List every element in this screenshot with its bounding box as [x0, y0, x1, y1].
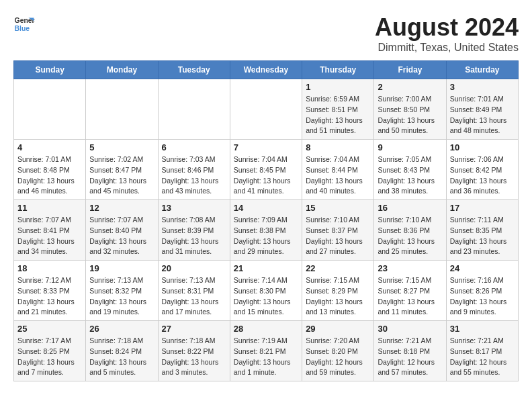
day-info: Sunrise: 7:01 AMSunset: 8:49 PMDaylight:… [450, 94, 515, 136]
calendar-cell [158, 79, 230, 140]
day-info: Sunrise: 7:07 AMSunset: 8:40 PMDaylight:… [89, 215, 154, 257]
day-number: 12 [89, 203, 154, 213]
day-number: 3 [450, 82, 515, 92]
day-number: 16 [378, 203, 442, 213]
page-header: General Blue August 2024 Dimmitt, Texas,… [13, 13, 519, 54]
day-info: Sunrise: 7:13 AMSunset: 8:32 PMDaylight:… [89, 275, 154, 318]
calendar-cell: 16Sunrise: 7:10 AMSunset: 8:36 PMDayligh… [374, 200, 446, 261]
page-subtitle: Dimmitt, Texas, United States [375, 42, 519, 54]
day-number: 30 [378, 324, 442, 334]
day-info: Sunrise: 7:02 AMSunset: 8:47 PMDaylight:… [89, 154, 154, 197]
week-row-2: 4Sunrise: 7:01 AMSunset: 8:48 PMDaylight… [14, 140, 519, 200]
calendar-cell: 11Sunrise: 7:07 AMSunset: 8:41 PMDayligh… [14, 200, 86, 261]
week-row-3: 11Sunrise: 7:07 AMSunset: 8:41 PMDayligh… [14, 200, 519, 261]
day-number: 28 [234, 324, 298, 334]
weekday-header-thursday: Thursday [302, 61, 374, 79]
day-number: 1 [306, 82, 370, 92]
day-number: 21 [234, 263, 298, 273]
day-number: 4 [17, 142, 82, 152]
day-info: Sunrise: 7:15 AMSunset: 8:29 PMDaylight:… [306, 275, 370, 318]
day-number: 23 [378, 263, 442, 273]
calendar-cell: 7Sunrise: 7:04 AMSunset: 8:45 PMDaylight… [230, 140, 302, 200]
day-number: 14 [234, 203, 298, 213]
day-number: 9 [378, 142, 442, 152]
day-number: 13 [162, 203, 226, 213]
calendar-cell: 31Sunrise: 7:21 AMSunset: 8:17 PMDayligh… [446, 321, 518, 381]
day-info: Sunrise: 7:10 AMSunset: 8:36 PMDaylight:… [378, 215, 442, 257]
day-number: 17 [450, 203, 515, 213]
day-info: Sunrise: 7:04 AMSunset: 8:44 PMDaylight:… [306, 154, 370, 197]
day-info: Sunrise: 6:59 AMSunset: 8:51 PMDaylight:… [306, 94, 370, 136]
week-row-1: 1Sunrise: 6:59 AMSunset: 8:51 PMDaylight… [14, 79, 519, 140]
day-number: 19 [89, 263, 154, 273]
day-info: Sunrise: 7:01 AMSunset: 8:48 PMDaylight:… [17, 154, 82, 197]
day-number: 7 [234, 142, 298, 152]
calendar-cell [14, 79, 86, 140]
calendar-cell: 17Sunrise: 7:11 AMSunset: 8:35 PMDayligh… [446, 200, 518, 261]
logo-icon: General Blue [13, 13, 35, 35]
calendar-cell: 3Sunrise: 7:01 AMSunset: 8:49 PMDaylight… [446, 79, 518, 140]
day-number: 10 [450, 142, 515, 152]
day-number: 20 [162, 263, 226, 273]
weekday-header-tuesday: Tuesday [158, 61, 230, 79]
day-info: Sunrise: 7:08 AMSunset: 8:39 PMDaylight:… [162, 215, 226, 257]
day-number: 11 [17, 203, 82, 213]
day-number: 15 [306, 203, 370, 213]
calendar-cell: 15Sunrise: 7:10 AMSunset: 8:37 PMDayligh… [302, 200, 374, 261]
day-info: Sunrise: 7:00 AMSunset: 8:50 PMDaylight:… [378, 94, 442, 136]
day-number: 26 [89, 324, 154, 334]
day-number: 31 [450, 324, 515, 334]
weekday-header-row: SundayMondayTuesdayWednesdayThursdayFrid… [14, 61, 519, 79]
calendar-cell: 10Sunrise: 7:06 AMSunset: 8:42 PMDayligh… [446, 140, 518, 200]
day-number: 5 [89, 142, 154, 152]
logo: General Blue [13, 13, 35, 35]
calendar-cell: 19Sunrise: 7:13 AMSunset: 8:32 PMDayligh… [86, 261, 158, 321]
day-number: 29 [306, 324, 370, 334]
day-info: Sunrise: 7:11 AMSunset: 8:35 PMDaylight:… [450, 215, 515, 257]
day-number: 22 [306, 263, 370, 273]
calendar-cell: 23Sunrise: 7:15 AMSunset: 8:27 PMDayligh… [374, 261, 446, 321]
day-info: Sunrise: 7:18 AMSunset: 8:22 PMDaylight:… [162, 336, 226, 378]
calendar-cell: 21Sunrise: 7:14 AMSunset: 8:30 PMDayligh… [230, 261, 302, 321]
svg-text:Blue: Blue [15, 25, 30, 32]
day-info: Sunrise: 7:13 AMSunset: 8:31 PMDaylight:… [162, 275, 226, 318]
calendar-cell: 8Sunrise: 7:04 AMSunset: 8:44 PMDaylight… [302, 140, 374, 200]
calendar-cell: 13Sunrise: 7:08 AMSunset: 8:39 PMDayligh… [158, 200, 230, 261]
day-info: Sunrise: 7:21 AMSunset: 8:18 PMDaylight:… [378, 336, 442, 378]
day-number: 2 [378, 82, 442, 92]
day-number: 24 [450, 263, 515, 273]
calendar-cell: 30Sunrise: 7:21 AMSunset: 8:18 PMDayligh… [374, 321, 446, 381]
weekday-header-saturday: Saturday [446, 61, 518, 79]
page-title: August 2024 [375, 13, 519, 42]
day-info: Sunrise: 7:16 AMSunset: 8:26 PMDaylight:… [450, 275, 515, 318]
day-info: Sunrise: 7:17 AMSunset: 8:25 PMDaylight:… [17, 336, 82, 378]
day-number: 6 [162, 142, 226, 152]
day-info: Sunrise: 7:15 AMSunset: 8:27 PMDaylight:… [378, 275, 442, 318]
calendar-cell: 12Sunrise: 7:07 AMSunset: 8:40 PMDayligh… [86, 200, 158, 261]
calendar-cell: 26Sunrise: 7:18 AMSunset: 8:24 PMDayligh… [86, 321, 158, 381]
calendar-table: SundayMondayTuesdayWednesdayThursdayFrid… [13, 60, 519, 381]
day-number: 18 [17, 263, 82, 273]
calendar-cell: 18Sunrise: 7:12 AMSunset: 8:33 PMDayligh… [14, 261, 86, 321]
calendar-cell: 2Sunrise: 7:00 AMSunset: 8:50 PMDaylight… [374, 79, 446, 140]
day-info: Sunrise: 7:10 AMSunset: 8:37 PMDaylight:… [306, 215, 370, 257]
day-number: 8 [306, 142, 370, 152]
calendar-cell: 1Sunrise: 6:59 AMSunset: 8:51 PMDaylight… [302, 79, 374, 140]
day-info: Sunrise: 7:12 AMSunset: 8:33 PMDaylight:… [17, 275, 82, 318]
calendar-cell: 20Sunrise: 7:13 AMSunset: 8:31 PMDayligh… [158, 261, 230, 321]
calendar-cell: 5Sunrise: 7:02 AMSunset: 8:47 PMDaylight… [86, 140, 158, 200]
weekday-header-wednesday: Wednesday [230, 61, 302, 79]
calendar-cell: 28Sunrise: 7:19 AMSunset: 8:21 PMDayligh… [230, 321, 302, 381]
day-info: Sunrise: 7:06 AMSunset: 8:42 PMDaylight:… [450, 154, 515, 197]
calendar-cell [86, 79, 158, 140]
day-info: Sunrise: 7:19 AMSunset: 8:21 PMDaylight:… [234, 336, 298, 378]
week-row-5: 25Sunrise: 7:17 AMSunset: 8:25 PMDayligh… [14, 321, 519, 381]
weekday-header-sunday: Sunday [14, 61, 86, 79]
calendar-cell: 4Sunrise: 7:01 AMSunset: 8:48 PMDaylight… [14, 140, 86, 200]
day-info: Sunrise: 7:03 AMSunset: 8:46 PMDaylight:… [162, 154, 226, 197]
day-info: Sunrise: 7:09 AMSunset: 8:38 PMDaylight:… [234, 215, 298, 257]
calendar-cell: 9Sunrise: 7:05 AMSunset: 8:43 PMDaylight… [374, 140, 446, 200]
calendar-cell: 14Sunrise: 7:09 AMSunset: 8:38 PMDayligh… [230, 200, 302, 261]
calendar-cell: 24Sunrise: 7:16 AMSunset: 8:26 PMDayligh… [446, 261, 518, 321]
week-row-4: 18Sunrise: 7:12 AMSunset: 8:33 PMDayligh… [14, 261, 519, 321]
